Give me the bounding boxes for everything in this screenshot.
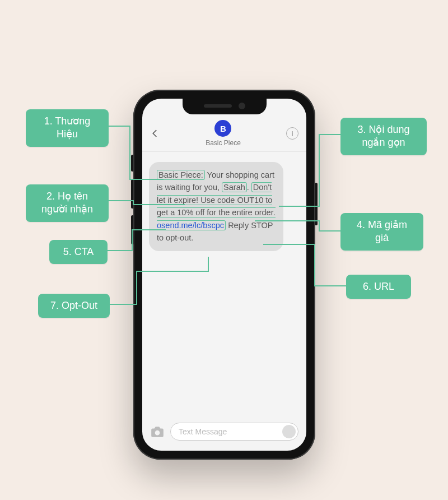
phone-screen: B Basic Piece i Basic Piece: Your shoppi… xyxy=(142,99,306,451)
message-input[interactable]: Text Message xyxy=(170,423,298,441)
avatar: B xyxy=(214,120,231,137)
callout-url: 6. URL xyxy=(346,275,411,299)
send-button[interactable] xyxy=(282,425,296,438)
phone-frame: B Basic Piece i Basic Piece: Your shoppi… xyxy=(133,90,315,460)
message-thread: Basic Piece: Your shopping cart is waiti… xyxy=(142,152,306,417)
sms-text: . xyxy=(247,183,251,192)
contact-block[interactable]: B Basic Piece xyxy=(206,120,241,147)
callout-short-content: 3. Nội dung ngắn gọn xyxy=(340,118,427,155)
sms-brand-highlight: Basic Piece: xyxy=(157,170,205,180)
message-composer: Text Message xyxy=(142,417,306,451)
incoming-message-bubble: Basic Piece: Your shopping cart is waiti… xyxy=(149,162,283,251)
message-input-placeholder: Text Message xyxy=(179,427,227,436)
callout-recipient-name: 2. Họ tên người nhận xyxy=(26,184,109,222)
phone-notch xyxy=(183,99,267,114)
callout-brand: 1. Thương Hiệu xyxy=(26,109,109,147)
chevron-left-icon xyxy=(150,128,160,138)
info-button[interactable]: i xyxy=(286,127,298,140)
camera-icon[interactable] xyxy=(150,425,165,438)
callout-optout: 7. Opt-Out xyxy=(38,294,110,318)
contact-name: Basic Piece xyxy=(206,139,241,147)
callout-cta: 5. CTA xyxy=(49,240,108,264)
sms-link[interactable]: osend.me/lc/bscpc xyxy=(157,221,224,230)
callout-discount-code: 4. Mã giảm giá xyxy=(340,213,423,251)
sms-recipient-name-highlight: Sarah xyxy=(222,182,247,192)
back-button[interactable] xyxy=(150,128,160,138)
